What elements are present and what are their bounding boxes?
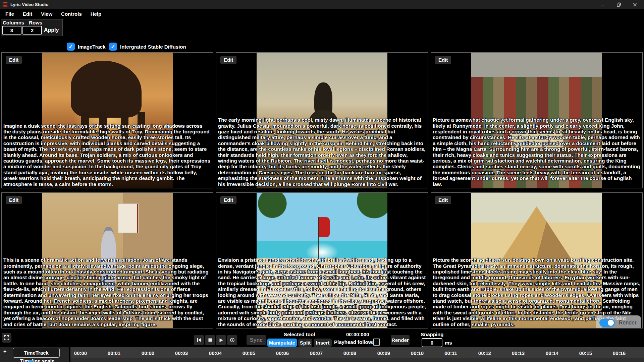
tool-split-button[interactable]: Split <box>298 339 312 347</box>
restore-button[interactable] <box>614 1 623 8</box>
ruler-tick: 00:16 <box>613 350 626 356</box>
toolbar: Columns Rows 3 2 Apply ImageTrack Interg… <box>0 18 644 37</box>
menu-view[interactable]: View <box>41 11 52 17</box>
ruler-tick: 00:10 <box>411 350 424 356</box>
play-icon <box>219 338 223 342</box>
stop-button[interactable] <box>205 335 215 345</box>
stable-diffusion-checkbox[interactable] <box>109 43 117 51</box>
window-controls <box>598 0 639 9</box>
timeline-scale-label: Timeline scale <box>20 358 54 362</box>
clip-prompt-text[interactable]: Picture a somewhat chaotic yet formal ga… <box>433 117 641 187</box>
ruler-tick: 00:13 <box>512 350 525 356</box>
restore-icon <box>616 2 621 7</box>
edit-button[interactable]: Edit <box>435 196 451 204</box>
ruler-tick: 00:07 <box>310 350 323 356</box>
clip-panel-3: Edit Picture a somewhat chaotic yet form… <box>431 52 643 188</box>
close-button[interactable] <box>631 1 639 8</box>
imagetrack-option: ImageTrack <box>67 43 106 51</box>
ruler-tick: 00:05 <box>243 350 255 356</box>
render-button[interactable]: Render <box>391 335 410 345</box>
ruler-tick: 00:12 <box>478 350 491 356</box>
snapping-unit-label: ms <box>445 340 452 346</box>
render-toggle-switch[interactable] <box>599 319 615 327</box>
clip-panel-5: Edit Envision a pristine, sun-drenched b… <box>216 192 428 328</box>
fullscreen-icon <box>4 335 9 340</box>
ruler-tick: 00:08 <box>343 350 356 356</box>
clip-grid: Edit Imagine a dusk scene, the last rays… <box>1 52 643 328</box>
timeline-ruler[interactable]: 00:00 00:01 00:02 00:03 00:04 00:05 00:0… <box>70 347 644 362</box>
ruler-tick: 00:11 <box>444 350 457 356</box>
minimize-icon <box>600 2 605 7</box>
menu-file[interactable]: File <box>5 11 14 17</box>
edit-button[interactable]: Edit <box>220 196 236 204</box>
play-button[interactable] <box>216 335 226 345</box>
columns-input[interactable]: 3 <box>2 26 21 35</box>
edit-button[interactable]: Edit <box>435 56 451 64</box>
clip-panel-6: Edit Picture the scorching desert sun be… <box>431 192 643 328</box>
timetrack-button[interactable]: TimeTrack <box>13 348 60 358</box>
playhead-follows-checkbox[interactable] <box>373 339 380 346</box>
render-toggle-label: Render <box>619 320 636 326</box>
stable-diffusion-option: Intergrated Stable Diffusion <box>109 43 186 51</box>
clip-prompt-text[interactable]: Imagine a dusk scene, the last rays of t… <box>3 123 211 187</box>
skip-to-start-button[interactable] <box>194 335 204 345</box>
ruler-tick: 00:00 <box>74 350 87 356</box>
imagetrack-checkbox[interactable] <box>67 43 75 51</box>
window-title: Lyric Video Studio <box>10 2 48 7</box>
playback-control-bar: Sync Selected tool Manipulate Split Inse… <box>0 330 644 347</box>
ruler-tick: 00:06 <box>276 350 289 356</box>
record-icon <box>230 338 235 343</box>
clip-prompt-text[interactable]: This is a scene of dramatic action and f… <box>3 257 211 327</box>
clip-panel-4: Edit This is a scene of dramatic action … <box>1 192 213 328</box>
columns-label: Columns <box>3 20 24 25</box>
ruler-tick: 00:04 <box>209 350 222 356</box>
add-track-button[interactable]: + <box>3 349 6 355</box>
snapping-input[interactable]: 0 <box>422 338 442 347</box>
title-bar: Lyric Video Studio <box>0 0 644 9</box>
tool-manipulate-button[interactable]: Manipulate <box>267 339 297 347</box>
stop-icon <box>208 338 212 342</box>
record-button[interactable] <box>227 335 237 345</box>
timeline: + TimeTrack Timeline scale 00:00 00:01 0… <box>0 347 644 362</box>
playhead-follows-label: Playhead follows <box>334 339 375 345</box>
ruler-tick: 00:09 <box>377 350 390 356</box>
snapping-label: Snapping <box>421 331 443 337</box>
ruler-tick: 00:14 <box>546 350 558 356</box>
minimize-button[interactable] <box>598 1 607 8</box>
grid-settings-panel: Columns Rows 3 2 Apply <box>1 19 63 36</box>
tool-insert-button[interactable]: Insert <box>314 339 332 347</box>
edit-button[interactable]: Edit <box>220 56 236 64</box>
sync-button[interactable]: Sync <box>247 335 266 345</box>
app-icon <box>3 2 8 7</box>
clip-prompt-text[interactable]: Envision a pristine, sun-drenched beach … <box>218 257 426 327</box>
render-toggle-overlay: Render <box>596 315 641 328</box>
imagetrack-label: ImageTrack <box>78 44 106 50</box>
edit-button[interactable]: Edit <box>6 196 22 204</box>
clip-panel-2: Edit The early morning light, perhaps a … <box>216 52 428 188</box>
ruler-tick: 00:03 <box>175 350 188 356</box>
clip-prompt-text[interactable]: The early morning light, perhaps a cool,… <box>218 117 426 187</box>
ruler-tick: 00:01 <box>108 350 120 356</box>
menu-help[interactable]: Help <box>91 11 102 17</box>
timeline-track-lane[interactable] <box>70 358 644 362</box>
edit-button[interactable]: Edit <box>6 56 22 64</box>
fullscreen-button[interactable] <box>2 333 11 343</box>
menu-bar: File Edit View Controls Help <box>0 9 644 18</box>
selected-tool-label: Selected tool <box>284 331 315 337</box>
stable-diffusion-label: Intergrated Stable Diffusion <box>120 44 186 50</box>
rows-label: Rows <box>29 20 42 25</box>
close-icon <box>633 2 637 7</box>
menu-controls[interactable]: Controls <box>61 11 82 17</box>
ruler-tick: 00:02 <box>142 350 154 356</box>
rows-input[interactable]: 2 <box>22 26 42 35</box>
timecode-display: 00:00:000 <box>346 331 369 337</box>
skip-to-start-icon <box>197 338 201 342</box>
ruler-tick: 00:15 <box>579 350 592 356</box>
apply-button[interactable]: Apply <box>44 27 59 33</box>
timeline-track-header: + TimeTrack Timeline scale <box>0 347 69 362</box>
menu-edit[interactable]: Edit <box>23 11 32 17</box>
clip-panel-1: Edit Imagine a dusk scene, the last rays… <box>1 52 213 188</box>
